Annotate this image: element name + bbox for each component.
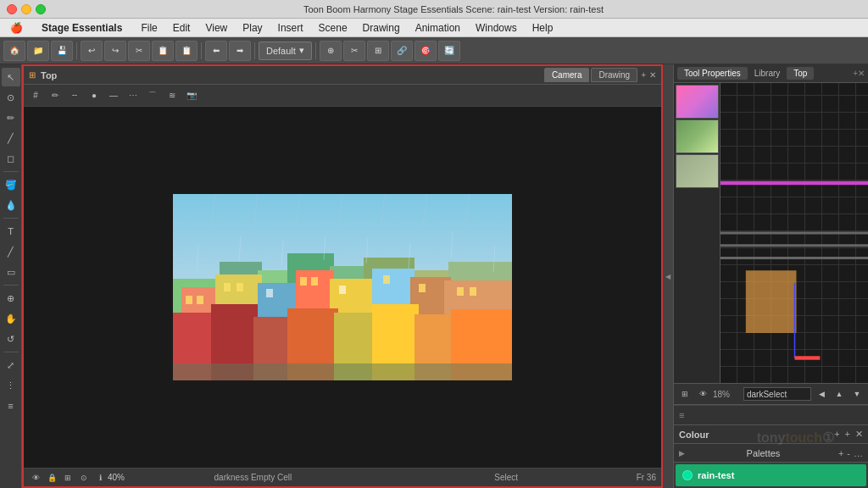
palette-item-raintest[interactable]: rain-test — [676, 464, 866, 486]
thumb-2[interactable] — [676, 119, 719, 153]
menu-edit[interactable]: Edit — [166, 20, 198, 36]
svg-rect-52 — [173, 363, 512, 380]
paste-button[interactable]: 📋 — [175, 41, 198, 61]
rp-hamburger-icon[interactable]: ≡ — [679, 410, 684, 420]
pencil-tool[interactable]: ✏ — [2, 108, 20, 127]
pencil-icon[interactable]: ╌ — [66, 87, 83, 104]
contour-tool[interactable]: ⊙ — [2, 88, 20, 107]
menu-insert[interactable]: Insert — [271, 20, 310, 36]
menu-windows[interactable]: Windows — [469, 20, 524, 36]
undo-button[interactable]: ↩ — [81, 41, 103, 61]
view-mode-dropdown[interactable]: Default ▾ — [259, 42, 312, 60]
erase-tool[interactable]: ◻ — [2, 149, 20, 168]
colour-close-btn[interactable]: ✕ — [855, 429, 863, 440]
home-button[interactable]: 🏠 — [3, 41, 25, 61]
menu-help[interactable]: Help — [526, 20, 560, 36]
grid-status-icon[interactable]: ⊞ — [61, 471, 75, 485]
rp-eye-icon[interactable]: 👁 — [695, 386, 710, 402]
hand-tool[interactable]: ✋ — [2, 309, 20, 328]
dark-select-input[interactable] — [743, 387, 811, 401]
transform-tool[interactable]: ⤢ — [2, 356, 20, 374]
brush-tool-icon[interactable]: ✏ — [47, 87, 64, 104]
thumb-1[interactable] — [676, 85, 719, 119]
camera-tab[interactable]: Camera — [544, 68, 590, 82]
tb-btn-1[interactable]: ⊕ — [320, 41, 342, 61]
menu-animation[interactable]: Animation — [409, 20, 467, 36]
info-icon[interactable]: ℹ — [93, 471, 107, 485]
curve-icon[interactable]: ⌒ — [144, 87, 161, 104]
tb-btn-5[interactable]: 🎯 — [415, 41, 437, 61]
tab-tool-properties[interactable]: Tool Properties — [677, 67, 748, 80]
rp-nav-left[interactable]: ◀ — [814, 386, 829, 402]
tb-btn-4[interactable]: 🔗 — [391, 41, 413, 61]
magnet-icon[interactable]: ⊙ — [77, 471, 91, 485]
text-tool[interactable]: T — [2, 222, 20, 241]
svg-rect-36 — [266, 289, 273, 297]
canvas-expand-icon[interactable]: + — [641, 70, 646, 80]
thumbnail-strip — [674, 83, 721, 383]
rp-nav-down[interactable]: ▼ — [849, 386, 865, 402]
drawing-tab[interactable]: Drawing — [591, 68, 637, 82]
dropper-tool[interactable]: 💧 — [2, 196, 20, 214]
redo-button[interactable]: ↪ — [104, 41, 126, 61]
menu-play[interactable]: Play — [236, 20, 269, 36]
open-button[interactable]: 📁 — [27, 41, 49, 61]
zoom-level: 18% — [713, 390, 730, 399]
tab-top[interactable]: Top — [787, 67, 814, 80]
dash-icon[interactable]: ⋯ — [125, 87, 142, 104]
rotate-tool[interactable]: ↺ — [2, 330, 20, 348]
zoom-tool[interactable]: ⊕ — [2, 289, 20, 308]
lock-icon[interactable]: 🔒 — [45, 471, 58, 485]
tb-btn-2[interactable]: ✂ — [343, 41, 365, 61]
rp-grid-icon[interactable]: ⊞ — [677, 386, 693, 402]
close-button[interactable] — [7, 4, 17, 14]
palette-options-btn[interactable]: … — [854, 448, 863, 458]
panel-arrow[interactable]: ◀ — [663, 64, 673, 488]
tab-library[interactable]: Library — [748, 67, 787, 80]
camera-icon[interactable]: 📷 — [183, 87, 200, 104]
colour-add-btn[interactable]: + — [834, 429, 839, 440]
next-button[interactable]: ➡ — [229, 41, 251, 61]
palette-name: rain-test — [698, 470, 734, 480]
minimize-button[interactable] — [21, 4, 31, 14]
copy-button[interactable]: 📋 — [152, 41, 174, 61]
canvas-close-icon[interactable]: ✕ — [649, 70, 656, 80]
palettes-header: ▶ Palettes + - … — [674, 444, 868, 463]
line-tool[interactable]: ╱ — [2, 242, 20, 261]
color-icon[interactable]: ● — [86, 87, 103, 104]
main-toolbar: 🏠 📁 💾 ↩ ↪ ✂ 📋 📋 ⬅ ➡ Default ▾ ⊕ ✂ ⊞ 🔗 🎯 … — [0, 37, 868, 64]
palette-add-btn[interactable]: + — [838, 448, 843, 458]
menu-app-name[interactable]: Stage Essentials — [35, 20, 129, 36]
colour-expand-btn[interactable]: + — [845, 429, 850, 440]
apple-menu[interactable]: 🍎 — [3, 20, 30, 36]
menu-scene[interactable]: Scene — [312, 20, 354, 36]
scene-svg — [173, 194, 512, 380]
palettes-section: ▶ Palettes + - … rain-test — [674, 444, 868, 488]
maximize-button[interactable] — [36, 4, 46, 14]
select-tool[interactable]: ↖ — [2, 68, 20, 86]
rp-nav-up[interactable]: ▲ — [832, 386, 847, 402]
rect-tool[interactable]: ▭ — [2, 263, 20, 281]
thumb-3[interactable] — [676, 154, 719, 188]
grid-icon[interactable]: # — [27, 87, 44, 104]
rp-close-icon[interactable]: ✕ — [858, 69, 865, 78]
tb-btn-3[interactable]: ⊞ — [367, 41, 389, 61]
canvas-content — [24, 107, 661, 468]
menu-view[interactable]: View — [198, 20, 234, 36]
brush-tool[interactable]: ╱ — [2, 129, 20, 147]
menu-file[interactable]: File — [134, 20, 164, 36]
cut-button[interactable]: ✂ — [128, 41, 150, 61]
morph-tool[interactable]: ⋮ — [2, 376, 20, 395]
palettes-title: Palettes — [747, 448, 781, 458]
prev-button[interactable]: ⬅ — [205, 41, 227, 61]
left-toolbar: ↖ ⊙ ✏ ╱ ◻ 🪣 💧 T ╱ ▭ ⊕ ✋ ↺ ⤢ ⋮ ≡ — [0, 64, 22, 488]
menu-drawing[interactable]: Drawing — [356, 20, 407, 36]
paint-tool[interactable]: 🪣 — [2, 175, 20, 194]
line-icon[interactable]: — — [105, 87, 122, 104]
eye-icon[interactable]: 👁 — [29, 471, 42, 485]
tb-btn-6[interactable]: 🔄 — [438, 41, 460, 61]
wave-icon[interactable]: ≋ — [164, 87, 181, 104]
layer-tool[interactable]: ≡ — [2, 396, 20, 415]
palette-remove-btn[interactable]: - — [847, 448, 850, 458]
save-button[interactable]: 💾 — [51, 41, 73, 61]
